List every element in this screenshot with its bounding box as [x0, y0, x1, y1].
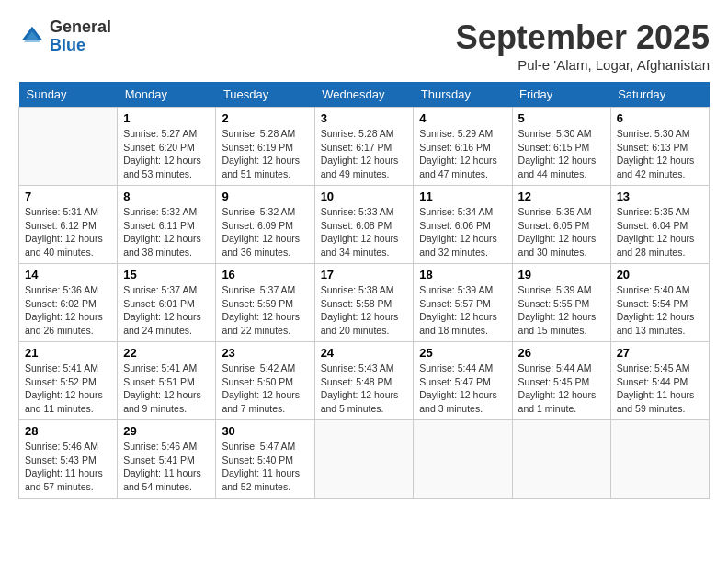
logo-text: General Blue: [50, 18, 111, 55]
table-row: 1Sunrise: 5:27 AM Sunset: 6:20 PM Daylig…: [118, 108, 216, 186]
day-number: 26: [518, 346, 605, 360]
table-row: 28Sunrise: 5:46 AM Sunset: 5:43 PM Dayli…: [19, 420, 118, 499]
day-info: Sunrise: 5:46 AM Sunset: 5:43 PM Dayligh…: [25, 440, 111, 494]
table-row: 4Sunrise: 5:29 AM Sunset: 6:16 PM Daylig…: [414, 108, 512, 186]
day-info: Sunrise: 5:31 AM Sunset: 6:12 PM Dayligh…: [25, 205, 111, 259]
day-number: 23: [222, 346, 308, 360]
day-info: Sunrise: 5:37 AM Sunset: 6:01 PM Dayligh…: [123, 283, 210, 338]
day-info: Sunrise: 5:37 AM Sunset: 5:59 PM Dayligh…: [222, 283, 308, 338]
day-info: Sunrise: 5:41 AM Sunset: 5:51 PM Dayligh…: [123, 362, 210, 416]
day-number: 7: [25, 190, 111, 203]
day-info: Sunrise: 5:38 AM Sunset: 5:58 PM Dayligh…: [321, 283, 408, 338]
day-number: 15: [123, 268, 210, 282]
day-number: 14: [25, 268, 111, 282]
day-number: 24: [321, 346, 408, 360]
day-number: 5: [518, 111, 605, 125]
day-number: 20: [617, 268, 703, 282]
header-wednesday: Wednesday: [314, 82, 414, 108]
table-row: 15Sunrise: 5:37 AM Sunset: 6:01 PM Dayli…: [118, 264, 216, 342]
table-row: 12Sunrise: 5:35 AM Sunset: 6:05 PM Dayli…: [512, 186, 610, 264]
day-info: Sunrise: 5:40 AM Sunset: 5:54 PM Dayligh…: [617, 283, 703, 338]
day-info: Sunrise: 5:39 AM Sunset: 5:55 PM Dayligh…: [518, 283, 605, 338]
table-row: 20Sunrise: 5:40 AM Sunset: 5:54 PM Dayli…: [610, 264, 709, 342]
location-subtitle: Pul-e 'Alam, Logar, Afghanistan: [456, 57, 710, 73]
day-number: 8: [123, 190, 210, 203]
day-number: 30: [222, 424, 308, 438]
calendar-week-row: 7Sunrise: 5:31 AM Sunset: 6:12 PM Daylig…: [19, 186, 710, 264]
day-info: Sunrise: 5:45 AM Sunset: 5:44 PM Dayligh…: [617, 362, 703, 416]
day-number: 13: [617, 190, 703, 203]
table-row: 30Sunrise: 5:47 AM Sunset: 5:40 PM Dayli…: [216, 420, 314, 499]
header-tuesday: Tuesday: [216, 82, 314, 108]
day-number: 22: [123, 346, 210, 360]
day-number: 17: [321, 268, 408, 282]
logo-general-text: General: [50, 18, 111, 37]
title-block: September 2025 Pul-e 'Alam, Logar, Afgha…: [456, 18, 710, 73]
day-info: Sunrise: 5:47 AM Sunset: 5:40 PM Dayligh…: [222, 440, 308, 494]
calendar-table: Sunday Monday Tuesday Wednesday Thursday…: [18, 82, 710, 499]
table-row: 16Sunrise: 5:37 AM Sunset: 5:59 PM Dayli…: [216, 264, 314, 342]
table-row: 9Sunrise: 5:32 AM Sunset: 6:09 PM Daylig…: [216, 186, 314, 264]
day-info: Sunrise: 5:34 AM Sunset: 6:06 PM Dayligh…: [419, 205, 506, 259]
day-number: 10: [321, 190, 408, 203]
table-row: 2Sunrise: 5:28 AM Sunset: 6:19 PM Daylig…: [216, 108, 314, 186]
table-row: 29Sunrise: 5:46 AM Sunset: 5:41 PM Dayli…: [118, 420, 216, 499]
table-row: 19Sunrise: 5:39 AM Sunset: 5:55 PM Dayli…: [512, 264, 610, 342]
day-info: Sunrise: 5:35 AM Sunset: 6:05 PM Dayligh…: [518, 205, 605, 259]
header-saturday: Saturday: [610, 82, 709, 108]
table-row: 7Sunrise: 5:31 AM Sunset: 6:12 PM Daylig…: [19, 186, 118, 264]
logo-blue-text: Blue: [50, 37, 111, 55]
page-header: General Blue September 2025 Pul-e 'Alam,…: [18, 18, 710, 73]
day-number: 18: [419, 268, 506, 282]
table-row: 6Sunrise: 5:30 AM Sunset: 6:13 PM Daylig…: [610, 108, 709, 186]
day-number: 21: [25, 346, 111, 360]
table-row: [19, 108, 118, 186]
day-info: Sunrise: 5:33 AM Sunset: 6:08 PM Dayligh…: [321, 205, 408, 259]
day-number: 27: [617, 346, 703, 360]
table-row: 22Sunrise: 5:41 AM Sunset: 5:51 PM Dayli…: [118, 342, 216, 420]
day-info: Sunrise: 5:32 AM Sunset: 6:11 PM Dayligh…: [123, 205, 210, 259]
day-number: 19: [518, 268, 605, 282]
day-info: Sunrise: 5:42 AM Sunset: 5:50 PM Dayligh…: [222, 362, 308, 416]
table-row: 11Sunrise: 5:34 AM Sunset: 6:06 PM Dayli…: [414, 186, 512, 264]
header-monday: Monday: [118, 82, 216, 108]
day-number: 4: [419, 111, 506, 125]
calendar-week-row: 1Sunrise: 5:27 AM Sunset: 6:20 PM Daylig…: [19, 108, 710, 186]
logo-icon: [18, 23, 46, 51]
table-row: [610, 420, 709, 499]
calendar-week-row: 28Sunrise: 5:46 AM Sunset: 5:43 PM Dayli…: [19, 420, 710, 499]
table-row: 10Sunrise: 5:33 AM Sunset: 6:08 PM Dayli…: [314, 186, 414, 264]
table-row: 27Sunrise: 5:45 AM Sunset: 5:44 PM Dayli…: [610, 342, 709, 420]
header-thursday: Thursday: [414, 82, 512, 108]
day-info: Sunrise: 5:44 AM Sunset: 5:47 PM Dayligh…: [419, 362, 506, 416]
day-number: 29: [123, 424, 210, 438]
table-row: [414, 420, 512, 499]
calendar-week-row: 21Sunrise: 5:41 AM Sunset: 5:52 PM Dayli…: [19, 342, 710, 420]
table-row: 5Sunrise: 5:30 AM Sunset: 6:15 PM Daylig…: [512, 108, 610, 186]
day-info: Sunrise: 5:43 AM Sunset: 5:48 PM Dayligh…: [321, 362, 408, 416]
day-info: Sunrise: 5:28 AM Sunset: 6:19 PM Dayligh…: [222, 127, 308, 181]
table-row: 17Sunrise: 5:38 AM Sunset: 5:58 PM Dayli…: [314, 264, 414, 342]
day-info: Sunrise: 5:29 AM Sunset: 6:16 PM Dayligh…: [419, 127, 506, 181]
header-friday: Friday: [512, 82, 610, 108]
calendar-header-row: Sunday Monday Tuesday Wednesday Thursday…: [19, 82, 710, 108]
table-row: 23Sunrise: 5:42 AM Sunset: 5:50 PM Dayli…: [216, 342, 314, 420]
table-row: 3Sunrise: 5:28 AM Sunset: 6:17 PM Daylig…: [314, 108, 414, 186]
table-row: 25Sunrise: 5:44 AM Sunset: 5:47 PM Dayli…: [414, 342, 512, 420]
day-number: 3: [321, 111, 408, 125]
day-info: Sunrise: 5:46 AM Sunset: 5:41 PM Dayligh…: [123, 440, 210, 494]
day-number: 11: [419, 190, 506, 203]
day-number: 6: [617, 111, 703, 125]
day-number: 2: [222, 111, 308, 125]
table-row: [314, 420, 414, 499]
day-info: Sunrise: 5:27 AM Sunset: 6:20 PM Dayligh…: [123, 127, 210, 181]
table-row: 24Sunrise: 5:43 AM Sunset: 5:48 PM Dayli…: [314, 342, 414, 420]
day-info: Sunrise: 5:36 AM Sunset: 6:02 PM Dayligh…: [25, 283, 111, 338]
table-row: 26Sunrise: 5:44 AM Sunset: 5:45 PM Dayli…: [512, 342, 610, 420]
calendar-week-row: 14Sunrise: 5:36 AM Sunset: 6:02 PM Dayli…: [19, 264, 710, 342]
day-info: Sunrise: 5:30 AM Sunset: 6:13 PM Dayligh…: [617, 127, 703, 181]
day-number: 9: [222, 190, 308, 203]
day-info: Sunrise: 5:28 AM Sunset: 6:17 PM Dayligh…: [321, 127, 408, 181]
day-info: Sunrise: 5:41 AM Sunset: 5:52 PM Dayligh…: [25, 362, 111, 416]
day-number: 1: [123, 111, 210, 125]
